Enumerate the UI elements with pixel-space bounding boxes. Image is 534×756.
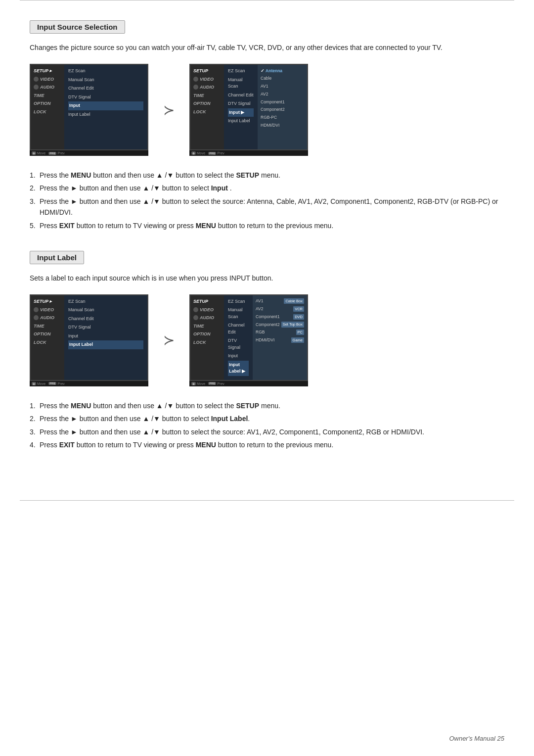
menu-inputlabel-4: Input Label ▶ bbox=[228, 361, 249, 376]
section1-heading: Input Source Selection bbox=[30, 20, 125, 34]
instruction-2-3: 3. Press the ► button and then use ▲ /▼ … bbox=[30, 426, 504, 437]
tv-screen-1: SETUP ▸ VIDEO AUDIO TIME OPTION LOCK EZ … bbox=[30, 64, 148, 150]
sidebar-video-1: VIDEO bbox=[31, 75, 64, 84]
label-row-comp2: Component2 Set Top Box bbox=[256, 321, 304, 329]
sidebar-option-4: OPTION bbox=[190, 330, 224, 338]
submenu-antenna: Antenna bbox=[261, 67, 304, 75]
label-row-rgb: RGB PC bbox=[256, 329, 304, 336]
menu-input-4: Input bbox=[228, 352, 249, 361]
submenu-av2: AV2 bbox=[261, 90, 304, 98]
menu-channeledit-2: Channel Edit bbox=[228, 91, 254, 100]
video-icon-2 bbox=[193, 77, 198, 82]
sidebar-time-3: TIME bbox=[31, 322, 64, 331]
instruction-2-2: 2. Press the ► button and then use ▲ /▼ … bbox=[30, 413, 504, 424]
tv-screen-4: SETUP VIDEO AUDIO TIME OPTION LOCK EZ Sc… bbox=[189, 294, 308, 381]
move-btn-1: ⊕ bbox=[32, 151, 36, 155]
sidebar-option-2: OPTION bbox=[190, 99, 224, 108]
section1-instructions: 1. Press the MENU button and then use ▲ … bbox=[30, 170, 504, 231]
section1-screen2: SETUP VIDEO AUDIO TIME OPTION LOCK EZ Sc… bbox=[189, 64, 308, 156]
tv-inner-3: SETUP ▸ VIDEO AUDIO TIME OPTION LOCK EZ … bbox=[31, 295, 147, 380]
section1-desc: Changes the picture source so you can wa… bbox=[30, 43, 504, 53]
tv-sidebar-1: SETUP ▸ VIDEO AUDIO TIME OPTION LOCK bbox=[31, 65, 64, 149]
menu-manualscan-4: Manual Scan bbox=[228, 306, 249, 321]
label-badge-av1: Cable Box bbox=[284, 298, 304, 304]
instruction-2-1: 1. Press the MENU button and then use ▲ … bbox=[30, 400, 504, 411]
audio-icon-1 bbox=[34, 85, 39, 90]
prev-btn-2: PRE bbox=[208, 152, 216, 155]
instruction-1-5: 5. Press EXIT button to return to TV vie… bbox=[30, 220, 504, 231]
video-icon-3 bbox=[34, 307, 39, 312]
section2-instructions: 1. Press the MENU button and then use ▲ … bbox=[30, 400, 504, 451]
move-btn-3: ⊕ bbox=[32, 382, 36, 385]
menu-dtvsignal-2: DTV Signal bbox=[228, 99, 254, 108]
sidebar-time-2: TIME bbox=[190, 92, 224, 100]
label-row-av1: AV1 Cable Box bbox=[256, 297, 304, 305]
tv-submenu-2: Antenna Cable AV1 AV2 Component1 Compone… bbox=[258, 65, 307, 149]
menu-channeledit-4: Channel Edit bbox=[228, 321, 249, 336]
menu-manualscan-2: Manual Scan bbox=[228, 76, 254, 91]
label-badge-comp1: DVD bbox=[293, 314, 304, 320]
sidebar-video-3: VIDEO bbox=[31, 306, 64, 314]
section2-screens-row: SETUP ▸ VIDEO AUDIO TIME OPTION LOCK EZ … bbox=[30, 294, 504, 386]
tv-sidebar-4: SETUP VIDEO AUDIO TIME OPTION LOCK bbox=[190, 295, 224, 380]
menu-manualscan-3: Manual Scan bbox=[68, 306, 143, 315]
footer-move-1: ⊕Move bbox=[32, 151, 45, 155]
prev-btn-4: PRE bbox=[208, 382, 216, 385]
label-source-rgb: RGB bbox=[256, 329, 265, 335]
sidebar-lock-2: LOCK bbox=[190, 108, 224, 116]
menu-inputlabel-3: Input Label bbox=[68, 340, 143, 349]
footer-move-2: ⊕Move bbox=[191, 151, 205, 155]
sidebar-time-4: TIME bbox=[190, 322, 224, 331]
submenu-rgbpc: RGB-PC bbox=[261, 114, 304, 122]
menu-inputlabel-1: Input Label bbox=[68, 110, 143, 119]
bottom-rule bbox=[20, 500, 514, 501]
label-badge-av2: VCR bbox=[293, 306, 304, 312]
menu-ezscan-1: EZ Scan bbox=[68, 67, 143, 76]
sidebar-setup-2: SETUP bbox=[190, 67, 224, 75]
label-badge-comp2: Set Top Box bbox=[281, 322, 304, 327]
tv-sidebar-3: SETUP ▸ VIDEO AUDIO TIME OPTION LOCK bbox=[31, 295, 64, 380]
label-row-av2: AV2 VCR bbox=[256, 305, 304, 313]
audio-icon-3 bbox=[34, 315, 39, 320]
label-source-av1: AV1 bbox=[256, 298, 263, 304]
tv-menu-3: EZ Scan Manual Scan Channel Edit DTV Sig… bbox=[64, 295, 147, 380]
submenu-cable: Cable bbox=[261, 75, 304, 83]
section-input-label: Input Label Sets a label to each input s… bbox=[30, 251, 504, 451]
label-source-hdmi: HDMI/DVI bbox=[256, 337, 274, 343]
label-row-comp1: Component1 DVD bbox=[256, 313, 304, 321]
label-source-comp2: Component2 bbox=[256, 322, 280, 328]
footer-prev-2: PREPrev bbox=[208, 151, 224, 155]
instruction-2-4: 4. Press EXIT button to return to TV vie… bbox=[30, 439, 504, 450]
page-footer: Owner's Manual 25 bbox=[449, 735, 504, 742]
menu-input-1: Input bbox=[68, 101, 143, 110]
video-icon-1 bbox=[34, 77, 39, 82]
sidebar-time-1: TIME bbox=[31, 92, 64, 100]
tv-label-submenu-4: AV1 Cable Box AV2 VCR Component1 DVD bbox=[253, 295, 307, 380]
sidebar-lock-3: LOCK bbox=[31, 338, 64, 347]
menu-input-3: Input bbox=[68, 332, 143, 341]
menu-channeledit-1: Channel Edit bbox=[68, 84, 143, 93]
instruction-1-1: 1. Press the MENU button and then use ▲ … bbox=[30, 170, 504, 181]
section1-screens-row: SETUP ▸ VIDEO AUDIO TIME OPTION LOCK EZ … bbox=[30, 64, 504, 156]
menu-input-2: Input ▶ bbox=[228, 108, 254, 117]
section2-screen1: SETUP ▸ VIDEO AUDIO TIME OPTION LOCK EZ … bbox=[30, 294, 148, 386]
menu-ezscan-4: EZ Scan bbox=[228, 297, 249, 306]
section1-screen1: SETUP ▸ VIDEO AUDIO TIME OPTION LOCK EZ … bbox=[30, 64, 148, 156]
footer-prev-1: PREPrev bbox=[48, 151, 65, 155]
submenu-hdmidvi: HDMI/DVI bbox=[261, 121, 304, 129]
tv-screen-2: SETUP VIDEO AUDIO TIME OPTION LOCK EZ Sc… bbox=[189, 64, 308, 150]
sidebar-audio-3: AUDIO bbox=[31, 314, 64, 322]
sidebar-option-3: OPTION bbox=[31, 330, 64, 338]
section2-desc: Sets a label to each input source which … bbox=[30, 273, 504, 284]
page-content: Input Source Selection Changes the pictu… bbox=[0, 0, 534, 500]
section-input-source: Input Source Selection Changes the pictu… bbox=[30, 20, 504, 231]
sidebar-audio-2: AUDIO bbox=[190, 83, 224, 92]
audio-icon-2 bbox=[193, 85, 198, 90]
prev-btn-1: PRE bbox=[48, 152, 56, 155]
tv-inner-2: SETUP VIDEO AUDIO TIME OPTION LOCK EZ Sc… bbox=[190, 65, 307, 149]
section2-screen2: SETUP VIDEO AUDIO TIME OPTION LOCK EZ Sc… bbox=[189, 294, 308, 386]
tv-sidebar-2: SETUP VIDEO AUDIO TIME OPTION LOCK bbox=[190, 65, 224, 149]
sidebar-lock-4: LOCK bbox=[190, 338, 224, 347]
menu-dtvsignal-4: DTV Signal bbox=[228, 336, 249, 352]
sidebar-video-4: VIDEO bbox=[190, 306, 224, 314]
